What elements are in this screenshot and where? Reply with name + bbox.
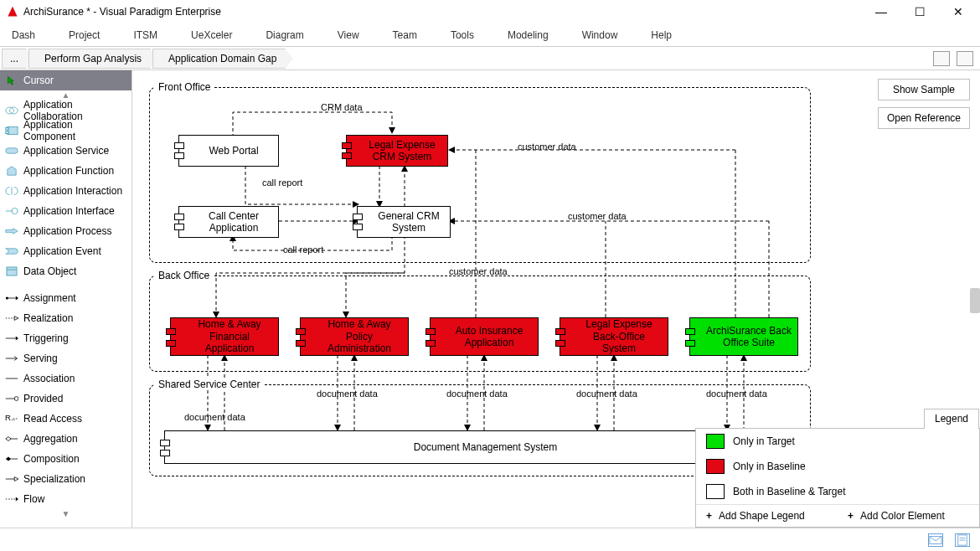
menu-uexceler[interactable]: UeXceler [191,29,232,41]
label-doc-data-3: document data [576,389,637,399]
mail-icon[interactable] [928,533,943,547]
svg-text:R..: R.. [5,414,15,422]
palette-flow[interactable]: Flow [0,489,132,509]
palette-serving[interactable]: Serving [0,348,132,368]
event-icon [5,246,18,256]
palette-app-interface[interactable]: Application Interface [0,201,132,221]
menu-itsm[interactable]: ITSM [133,29,157,41]
specialization-icon [5,474,18,484]
comp-home-policy[interactable]: Home & Away Policy Administration [300,317,409,356]
comp-legal-back-office[interactable]: Legal Expense Back-Office System [560,317,668,356]
palette-triggering[interactable]: Triggering [0,328,132,348]
menu-project[interactable]: Project [69,29,100,41]
service-icon [5,146,18,156]
comp-general-crm[interactable]: General CRM System [357,206,451,238]
breadcrumb-root[interactable]: ... [2,49,27,69]
svg-point-19 [14,397,18,401]
comp-auto-insurance[interactable]: Auto Insurance Application [430,317,539,356]
menu-diagram[interactable]: Diagram [266,29,303,41]
palette-app-service[interactable]: Application Service [0,141,132,161]
vertical-scrollbar[interactable] [970,288,980,313]
flow-icon [5,494,18,504]
palette-cursor[interactable]: Cursor [0,70,132,90]
close-button[interactable]: ✕ [946,5,970,18]
association-icon [5,373,18,384]
add-shape-legend-button[interactable]: Add Shape Legend [696,505,838,527]
menu-tools[interactable]: Tools [451,29,474,41]
comp-call-center[interactable]: Call Center Application [178,206,279,238]
provided-icon [5,394,18,404]
palette-collapse-down-icon[interactable]: ▼ [0,509,132,519]
svg-rect-4 [5,127,8,130]
palette-app-collaboration[interactable]: Application Collaboration [0,100,132,121]
palette-data-object[interactable]: Data Object [0,261,132,281]
menu-window[interactable]: Window [582,29,618,41]
app-logo-icon [7,6,18,18]
comp-home-financial[interactable]: Home & Away Financial Application [170,317,279,356]
palette-app-process[interactable]: Application Process [0,221,132,241]
label-customer-data-1: customer data [518,142,576,152]
label-call-report-2: call report [283,245,323,255]
palette-provided[interactable]: Provided [0,389,132,409]
label-doc-data-0: document data [184,412,245,422]
composition-icon [5,454,18,464]
palette-app-component[interactable]: Application Component [0,121,132,141]
legend-panel: Legend Only in Target Only in Baseline B… [695,428,980,528]
swatch-white-icon [706,484,725,499]
serving-icon [5,353,18,363]
label-customer-data-3: customer data [449,266,508,276]
svg-rect-6 [6,148,18,153]
label-doc-data-2: document data [446,389,508,399]
svg-rect-10 [7,267,17,276]
palette-realization[interactable]: Realization [0,308,132,328]
breadcrumb-item-2[interactable]: Application Domain Gap [152,49,286,69]
menu-dash[interactable]: Dash [12,29,35,41]
data-object-icon [5,266,18,276]
menu-help[interactable]: Help [651,29,672,41]
swatch-green-icon [706,434,725,449]
read-access-icon: R.. [5,414,18,424]
statusbar [0,528,980,551]
menu-modeling[interactable]: Modeling [508,29,549,41]
minimize-button[interactable]: — [869,5,893,18]
interface-icon [5,206,18,216]
menu-view[interactable]: View [338,29,359,41]
diagram-overview-icon[interactable] [933,51,950,66]
palette-app-event[interactable]: Application Event [0,241,132,261]
interaction-icon [5,186,18,196]
cursor-icon [5,75,18,85]
palette-assignment[interactable]: Assignment [0,288,132,308]
legend-tab[interactable]: Legend [924,409,979,429]
label-crm-data: CRM data [321,102,363,112]
maximize-button[interactable]: ☐ [908,5,931,18]
menu-team[interactable]: Team [393,29,417,41]
palette-app-interaction[interactable]: Application Interaction [0,181,132,201]
palette-aggregation[interactable]: Aggregation [0,429,132,449]
label-doc-data-1: document data [317,389,378,399]
comp-archi-suite[interactable]: ArchiSurance Back Office Suite [689,317,798,356]
switch-diagram-icon[interactable] [957,51,973,66]
comp-legal-crm[interactable]: Legal Expense CRM System [346,135,448,167]
document-icon[interactable] [955,533,970,547]
menubar: Dash Project ITSM UeXceler Diagram View … [0,23,980,47]
add-color-element-button[interactable]: Add Color Element [838,505,979,527]
palette-association[interactable]: Association [0,368,132,389]
collaboration-icon [5,106,18,116]
palette-app-function[interactable]: Application Function [0,161,132,181]
diagram-canvas[interactable]: Show Sample Open Reference [132,70,980,528]
palette-composition[interactable]: Composition [0,449,132,469]
open-reference-button[interactable]: Open Reference [878,107,970,129]
label-doc-data-4: document data [706,389,767,399]
palette-read-access[interactable]: R..Read Access [0,409,132,429]
svg-marker-0 [8,7,17,17]
label-call-report-1: call report [262,178,302,188]
svg-rect-5 [5,131,8,134]
show-sample-button[interactable]: Show Sample [878,79,970,100]
assignment-icon [5,293,18,303]
comp-web-portal[interactable]: Web Portal [178,135,279,167]
breadcrumb-item-1[interactable]: Perform Gap Analysis [28,49,151,69]
aggregation-icon [5,434,18,444]
palette-specialization[interactable]: Specialization [0,469,132,489]
titlebar: ArchiSurance * - Visual Paradigm Enterpr… [0,0,980,23]
window-title: ArchiSurance * - Visual Paradigm Enterpr… [23,6,869,18]
